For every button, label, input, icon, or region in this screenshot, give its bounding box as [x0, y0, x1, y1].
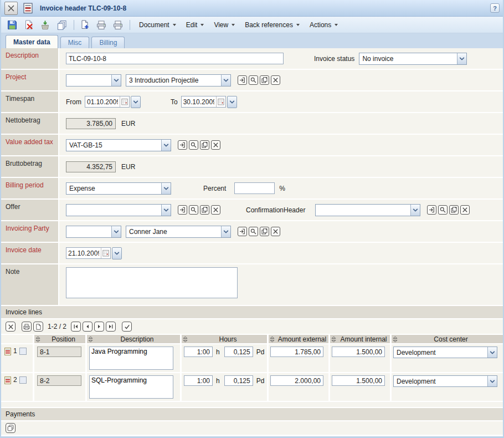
edit-copy-button[interactable]: [260, 227, 269, 236]
form-row-description: Description Invoice status No invoice: [1, 48, 503, 69]
clear-button[interactable]: [211, 140, 220, 150]
apply-button[interactable]: [122, 322, 132, 332]
invoicing-party-select[interactable]: Conner Jane: [126, 226, 231, 238]
clear-button[interactable]: [211, 205, 220, 215]
billing-period-select[interactable]: Expense: [66, 182, 171, 195]
previous-page-button[interactable]: [83, 322, 92, 332]
edit-copy-button[interactable]: [449, 205, 459, 215]
toolbar: Document Edit View Back references Actio…: [1, 17, 503, 33]
next-page-button[interactable]: [94, 322, 104, 332]
select-value: [66, 205, 161, 216]
new-document-button[interactable]: [78, 18, 91, 32]
pager-text: 1-2 / 2: [48, 323, 66, 330]
percent-input[interactable]: [234, 182, 275, 194]
invoice-lines-title: Invoice lines: [6, 308, 42, 316]
days-input[interactable]: [224, 347, 253, 357]
menu-edit[interactable]: Edit: [181, 18, 209, 32]
menu-view[interactable]: View: [209, 18, 240, 32]
invoicing-party-filter-select[interactable]: [66, 226, 121, 238]
chevron-down-icon: [111, 226, 121, 237]
clear-button[interactable]: [271, 227, 280, 236]
first-page-button[interactable]: [71, 322, 81, 332]
line-select-checkbox[interactable]: [19, 376, 27, 384]
search-button[interactable]: [249, 227, 258, 236]
clear-button[interactable]: [271, 75, 280, 85]
sort-icon[interactable]: [330, 336, 337, 343]
form-row-invoice-date: Invoice date: [1, 243, 503, 263]
goto-reference-button[interactable]: [238, 227, 247, 236]
new-line-button[interactable]: [33, 322, 43, 332]
menu-back-references[interactable]: Back references: [240, 18, 305, 32]
tab-billing[interactable]: Billing: [91, 37, 125, 48]
calendar-icon[interactable]: [101, 248, 110, 258]
chevron-down-icon: [173, 24, 176, 26]
sort-icon[interactable]: [182, 336, 189, 343]
export-button[interactable]: [39, 18, 52, 32]
cost-center-select[interactable]: Development: [393, 347, 497, 358]
save-button[interactable]: [6, 18, 19, 32]
goto-reference-button[interactable]: [178, 140, 187, 150]
amount-external-input[interactable]: [270, 347, 323, 357]
from-date-input[interactable]: [85, 98, 120, 106]
print-preview-button[interactable]: [111, 18, 125, 32]
sort-icon[interactable]: [392, 336, 399, 343]
hours-input[interactable]: [184, 347, 213, 357]
note-textarea[interactable]: [66, 267, 238, 298]
invoice-status-select[interactable]: No invoice: [359, 53, 467, 65]
print-lines-button[interactable]: [22, 322, 32, 332]
line-description-textarea[interactable]: Java Programming: [89, 347, 173, 370]
goto-reference-button[interactable]: [178, 205, 187, 215]
days-input[interactable]: [224, 375, 253, 386]
calendar-icon[interactable]: [216, 96, 225, 107]
line-description-textarea[interactable]: SQL-Programming: [89, 375, 173, 399]
description-input[interactable]: [66, 53, 284, 64]
line-select-checkbox[interactable]: [19, 348, 27, 355]
from-date-field: [85, 96, 130, 108]
form-row-billing-period: Billing period Expense Percent %: [1, 178, 503, 198]
invoice-date-input[interactable]: [66, 249, 101, 257]
sort-icon[interactable]: [34, 336, 42, 343]
help-button[interactable]: ?: [490, 3, 500, 13]
edit-copy-button[interactable]: [200, 140, 209, 150]
chevron-down-icon[interactable]: [131, 96, 141, 108]
to-date-input[interactable]: [182, 98, 216, 106]
chevron-down-icon[interactable]: [112, 247, 122, 259]
close-window-button[interactable]: [4, 2, 18, 15]
amount-external-input[interactable]: [270, 375, 323, 386]
search-button[interactable]: [249, 75, 258, 85]
goto-reference-button[interactable]: [427, 205, 436, 215]
menu-document[interactable]: Document: [134, 18, 181, 32]
remove-line-button[interactable]: [6, 322, 16, 332]
search-button[interactable]: [189, 205, 198, 215]
confirmation-header-select[interactable]: [315, 204, 420, 216]
tab-master-data[interactable]: Master data: [6, 35, 58, 48]
sort-icon[interactable]: [87, 336, 94, 343]
amount-internal-input[interactable]: [332, 347, 385, 357]
hours-input[interactable]: [184, 375, 213, 386]
search-button[interactable]: [189, 140, 198, 150]
calendar-icon[interactable]: [120, 96, 129, 107]
project-select[interactable]: 3 Introduction Projectile: [126, 74, 231, 86]
new-payment-button[interactable]: [6, 423, 16, 433]
last-page-button[interactable]: [106, 322, 116, 332]
column-header-amount-internal: Amount internal: [330, 335, 390, 343]
vat-select[interactable]: VAT-GB-15: [66, 139, 171, 151]
edit-copy-button[interactable]: [200, 205, 209, 215]
lines-table-header: Position Description Hours Amount extern…: [1, 335, 503, 343]
copy-button[interactable]: [55, 18, 69, 32]
print-button[interactable]: [95, 18, 108, 32]
invoice-header-window: Invoice header TLC-09-10-8 ? Document Ed…: [0, 0, 504, 438]
chevron-down-icon[interactable]: [227, 96, 237, 108]
edit-copy-button[interactable]: [260, 75, 269, 85]
delete-button[interactable]: [22, 18, 35, 32]
goto-reference-button[interactable]: [238, 75, 247, 85]
menu-actions[interactable]: Actions: [305, 18, 343, 32]
offer-select[interactable]: [66, 204, 171, 216]
sort-icon[interactable]: [269, 336, 276, 343]
cost-center-select[interactable]: Development: [393, 375, 497, 387]
tab-misc[interactable]: Misc: [60, 37, 90, 48]
project-filter-select[interactable]: [66, 74, 121, 86]
amount-internal-input[interactable]: [332, 375, 385, 386]
clear-button[interactable]: [460, 205, 470, 215]
search-button[interactable]: [438, 205, 448, 215]
